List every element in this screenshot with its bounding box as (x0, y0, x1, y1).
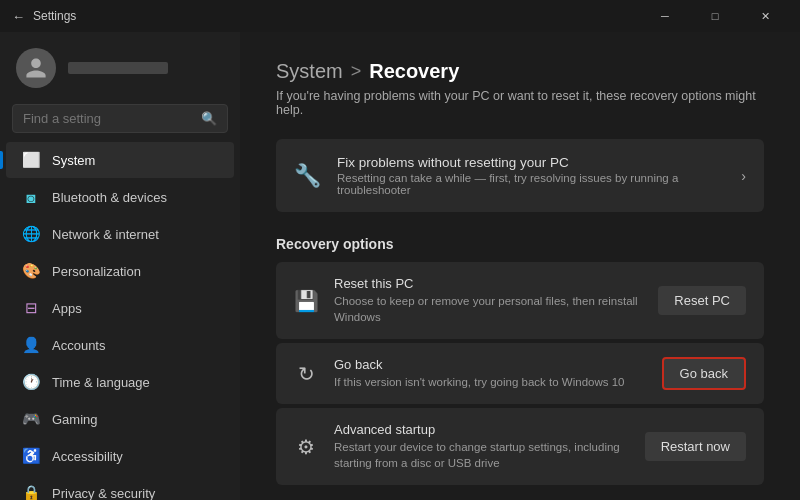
content-area: System > Recovery If you're having probl… (240, 32, 800, 500)
search-box[interactable]: 🔍 (12, 104, 228, 133)
page-subtitle: If you're having problems with your PC o… (276, 89, 764, 117)
fix-card-title: Fix problems without resetting your PC (337, 155, 725, 170)
search-input[interactable] (23, 111, 193, 126)
gaming-icon: 🎮 (22, 410, 40, 428)
sidebar-item-gaming[interactable]: 🎮 Gaming (6, 401, 234, 437)
sidebar-header (0, 32, 240, 96)
personalization-icon: 🎨 (22, 262, 40, 280)
reset-pc-description: Choose to keep or remove your personal f… (334, 293, 642, 325)
apps-icon: ⊟ (22, 299, 40, 317)
advanced-startup-text: Advanced startup Restart your device to … (334, 422, 629, 471)
breadcrumb-current: Recovery (369, 60, 459, 83)
sidebar-item-label-accounts: Accounts (52, 338, 105, 353)
sidebar-item-label-time: Time & language (52, 375, 150, 390)
sidebar-item-privacy[interactable]: 🔒 Privacy & security (6, 475, 234, 500)
avatar-name-placeholder (68, 62, 168, 74)
accessibility-icon: ♿ (22, 447, 40, 465)
sidebar-item-label-network: Network & internet (52, 227, 159, 242)
titlebar-controls: ─ □ ✕ (642, 0, 788, 32)
sidebar-item-label-privacy: Privacy & security (52, 486, 155, 501)
reset-pc-title: Reset this PC (334, 276, 642, 291)
sidebar: 🔍 ⬜ System ◙ Bluetooth & devices 🌐 Netwo… (0, 32, 240, 500)
section-title: Recovery options (276, 236, 764, 252)
reset-pc-icon: 💾 (294, 289, 318, 313)
time-icon: 🕐 (22, 373, 40, 391)
breadcrumb: System > Recovery (276, 60, 764, 83)
advanced-startup-description: Restart your device to change startup se… (334, 439, 629, 471)
sidebar-item-system[interactable]: ⬜ System (6, 142, 234, 178)
sidebar-item-label-apps: Apps (52, 301, 82, 316)
sidebar-item-label-system: System (52, 153, 95, 168)
advanced-startup-title: Advanced startup (334, 422, 629, 437)
advanced-startup-card: ⚙ Advanced startup Restart your device t… (276, 408, 764, 485)
sidebar-item-time[interactable]: 🕐 Time & language (6, 364, 234, 400)
sidebar-nav: ⬜ System ◙ Bluetooth & devices 🌐 Network… (0, 141, 240, 500)
sidebar-item-accessibility[interactable]: ♿ Accessibility (6, 438, 234, 474)
sidebar-item-label-bluetooth: Bluetooth & devices (52, 190, 167, 205)
titlebar-title: Settings (33, 9, 76, 23)
fix-card-chevron-icon: › (741, 168, 746, 184)
sidebar-item-personalization[interactable]: 🎨 Personalization (6, 253, 234, 289)
fix-icon: 🔧 (294, 163, 321, 189)
network-icon: 🌐 (22, 225, 40, 243)
sidebar-item-bluetooth[interactable]: ◙ Bluetooth & devices (6, 179, 234, 215)
fix-problems-card[interactable]: 🔧 Fix problems without resetting your PC… (276, 139, 764, 212)
accounts-icon: 👤 (22, 336, 40, 354)
sidebar-item-label-gaming: Gaming (52, 412, 98, 427)
breadcrumb-separator: > (351, 61, 362, 82)
breadcrumb-parent: System (276, 60, 343, 83)
go-back-text: Go back If this version isn't working, t… (334, 357, 646, 390)
sidebar-item-accounts[interactable]: 👤 Accounts (6, 327, 234, 363)
sidebar-item-label-accessibility: Accessibility (52, 449, 123, 464)
maximize-button[interactable]: □ (692, 0, 738, 32)
restart-now-button[interactable]: Restart now (645, 432, 746, 461)
avatar (16, 48, 56, 88)
sidebar-item-label-personalization: Personalization (52, 264, 141, 279)
titlebar-left: ← Settings (12, 9, 76, 24)
reset-pc-card: 💾 Reset this PC Choose to keep or remove… (276, 262, 764, 339)
go-back-card: ↻ Go back If this version isn't working,… (276, 343, 764, 404)
go-back-icon: ↻ (294, 362, 318, 386)
system-icon: ⬜ (22, 151, 40, 169)
reset-pc-text: Reset this PC Choose to keep or remove y… (334, 276, 642, 325)
go-back-title: Go back (334, 357, 646, 372)
go-back-button[interactable]: Go back (662, 357, 746, 390)
close-button[interactable]: ✕ (742, 0, 788, 32)
bluetooth-icon: ◙ (22, 188, 40, 206)
avatar-icon (24, 56, 48, 80)
privacy-icon: 🔒 (22, 484, 40, 500)
go-back-description: If this version isn't working, try going… (334, 374, 646, 390)
fix-card-text: Fix problems without resetting your PC R… (337, 155, 725, 196)
fix-card-description: Resetting can take a while — first, try … (337, 172, 725, 196)
advanced-startup-icon: ⚙ (294, 435, 318, 459)
titlebar-back-icon[interactable]: ← (12, 9, 25, 24)
sidebar-item-network[interactable]: 🌐 Network & internet (6, 216, 234, 252)
reset-pc-button[interactable]: Reset PC (658, 286, 746, 315)
search-icon: 🔍 (201, 111, 217, 126)
minimize-button[interactable]: ─ (642, 0, 688, 32)
sidebar-item-apps[interactable]: ⊟ Apps (6, 290, 234, 326)
app-container: 🔍 ⬜ System ◙ Bluetooth & devices 🌐 Netwo… (0, 32, 800, 500)
titlebar: ← Settings ─ □ ✕ (0, 0, 800, 32)
